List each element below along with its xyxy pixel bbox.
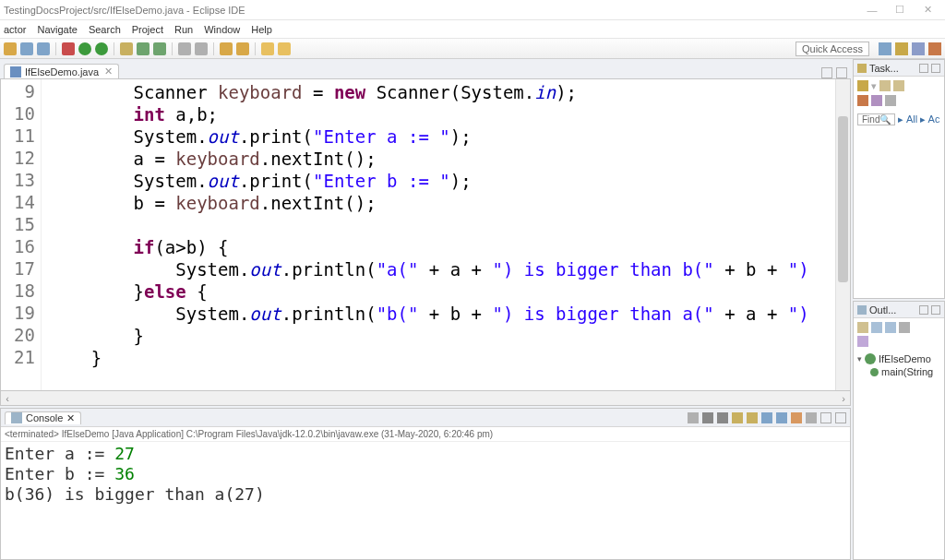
vertical-scrollbar[interactable] (835, 79, 850, 390)
new-type-icon[interactable] (153, 42, 166, 55)
outline-tree-method[interactable]: main(String (857, 365, 940, 378)
horizontal-scrollbar[interactable]: ‹ › (0, 391, 851, 406)
scroll-lock-icon[interactable] (747, 412, 758, 423)
menu-item[interactable]: Project (132, 24, 163, 35)
new-package-icon[interactable] (120, 42, 133, 55)
display-selected-icon[interactable] (776, 412, 787, 423)
collapse-all-icon[interactable] (871, 95, 882, 106)
editor-tab-active[interactable]: IfElseDemo.java ✕ (4, 64, 119, 78)
remove-launch-icon[interactable] (702, 412, 713, 423)
remove-all-icon[interactable] (717, 412, 728, 423)
menu-item[interactable]: Run (174, 24, 193, 35)
categorize-icon[interactable] (879, 80, 891, 91)
open-perspective-icon[interactable] (879, 42, 891, 55)
focus-icon[interactable] (885, 95, 896, 106)
scroll-right-icon[interactable]: › (837, 393, 850, 404)
java-file-icon (10, 66, 21, 77)
console-header: Console ✕ (1, 409, 850, 427)
debug-icon[interactable] (62, 42, 75, 55)
hide-fields-icon[interactable] (871, 322, 882, 333)
close-button[interactable]: ✕ (914, 4, 941, 16)
other-perspective-icon[interactable] (928, 42, 941, 55)
new-console-icon[interactable] (806, 412, 817, 423)
new-task-icon[interactable] (857, 80, 868, 91)
method-icon (870, 368, 879, 376)
menu-item[interactable]: actor (4, 24, 26, 35)
line-number-gutter: 9 10 11 12 13 14 15 16 17 18 19 20 21 (1, 79, 42, 390)
maximize-console-icon[interactable] (835, 412, 846, 423)
synchronize-icon[interactable] (857, 95, 868, 106)
outline-tree-class[interactable]: ▾ IfElseDemo (857, 352, 940, 365)
task-view-icon (857, 64, 867, 73)
center-column: IfElseDemo.java ✕ 9 10 11 12 13 14 15 16… (0, 59, 851, 560)
scroll-left-icon[interactable]: ‹ (1, 393, 14, 404)
save-icon[interactable] (20, 42, 33, 55)
perspective-switcher (879, 42, 941, 55)
task-view-title: Task... (869, 63, 899, 74)
pin-console-icon[interactable] (761, 412, 772, 423)
task-filter-all[interactable]: ▸ All (898, 113, 917, 125)
task-list-view: Task... ▾ Find🔍 ▸ (853, 59, 945, 299)
menu-item[interactable]: Search (89, 24, 121, 35)
scrollbar-thumb[interactable] (838, 116, 848, 282)
link-editor-icon[interactable] (857, 336, 868, 347)
clear-console-icon[interactable] (732, 412, 743, 423)
menu-item[interactable]: Navigate (37, 24, 77, 35)
workspace: IfElseDemo.java ✕ 9 10 11 12 13 14 15 16… (0, 59, 945, 560)
minimize-button[interactable]: — (858, 5, 886, 16)
sort-icon[interactable] (857, 322, 868, 333)
new-class-icon[interactable] (137, 42, 150, 55)
search-icon[interactable] (195, 42, 208, 55)
hide-static-icon[interactable] (885, 322, 896, 333)
maximize-view-icon[interactable] (836, 67, 847, 78)
annotation-icon[interactable] (220, 42, 233, 55)
outline-view-title: Outl... (869, 304, 896, 316)
close-tab-icon[interactable]: ✕ (104, 66, 113, 77)
back-icon[interactable] (261, 42, 274, 55)
editor-tab-bar: IfElseDemo.java ✕ (0, 59, 851, 78)
minimize-task-icon[interactable] (919, 64, 928, 73)
menu-item[interactable]: Window (204, 24, 240, 35)
coverage-icon[interactable] (95, 42, 108, 55)
debug-perspective-icon[interactable] (912, 42, 925, 55)
maximize-outline-icon[interactable] (931, 305, 940, 315)
close-console-tab-icon[interactable]: ✕ (66, 412, 75, 424)
console-icon (11, 412, 22, 423)
menu-item[interactable]: Help (251, 24, 272, 35)
open-type-icon[interactable] (178, 42, 191, 55)
outline-view: Outl... ▾ IfElseDemo (853, 301, 945, 560)
class-icon (865, 353, 876, 364)
minimize-console-icon[interactable] (820, 412, 831, 423)
maximize-task-icon[interactable] (931, 64, 940, 73)
console-status: <terminated> IfElseDemo [Java Applicatio… (1, 427, 850, 442)
outline-view-icon (857, 305, 867, 315)
task-filter-ac[interactable]: ▸ Ac (920, 113, 939, 125)
console-output[interactable]: Enter a := 27Enter b := 36b(36) is bigge… (1, 442, 850, 559)
minimize-outline-icon[interactable] (919, 305, 928, 315)
minimize-view-icon[interactable] (821, 67, 832, 78)
code-body[interactable]: Scanner keyboard = new Scanner(System.in… (42, 79, 835, 390)
side-column: Task... ▾ Find🔍 ▸ (851, 59, 945, 560)
maximize-button[interactable]: ☐ (886, 4, 914, 16)
main-toolbar: Quick Access (0, 39, 945, 59)
terminate-icon[interactable] (688, 412, 699, 423)
console-tab-label: Console (26, 412, 63, 423)
forward-icon[interactable] (278, 42, 291, 55)
schedule-icon[interactable] (893, 80, 904, 91)
new-icon[interactable] (4, 42, 17, 55)
run-icon[interactable] (78, 42, 91, 55)
open-console-icon[interactable] (791, 412, 802, 423)
focus-outline-icon[interactable] (899, 322, 910, 333)
title-bar: TestingDocsProject/src/IfElseDemo.java -… (0, 0, 945, 20)
quick-access[interactable]: Quick Access (795, 42, 869, 56)
java-perspective-icon[interactable] (895, 42, 908, 55)
console-toolbar (688, 412, 850, 423)
console-tab[interactable]: Console ✕ (5, 411, 81, 424)
task-filter-input[interactable]: Find🔍 (857, 113, 895, 125)
window-title: TestingDocsProject/src/IfElseDemo.java -… (4, 5, 245, 16)
code-editor[interactable]: 9 10 11 12 13 14 15 16 17 18 19 20 21 Sc… (0, 78, 851, 391)
console-panel: Console ✕ <terminate (0, 408, 851, 560)
next-annotation-icon[interactable] (236, 42, 249, 55)
editor-tab-label: IfElseDemo.java (25, 66, 99, 77)
save-all-icon[interactable] (37, 42, 50, 55)
